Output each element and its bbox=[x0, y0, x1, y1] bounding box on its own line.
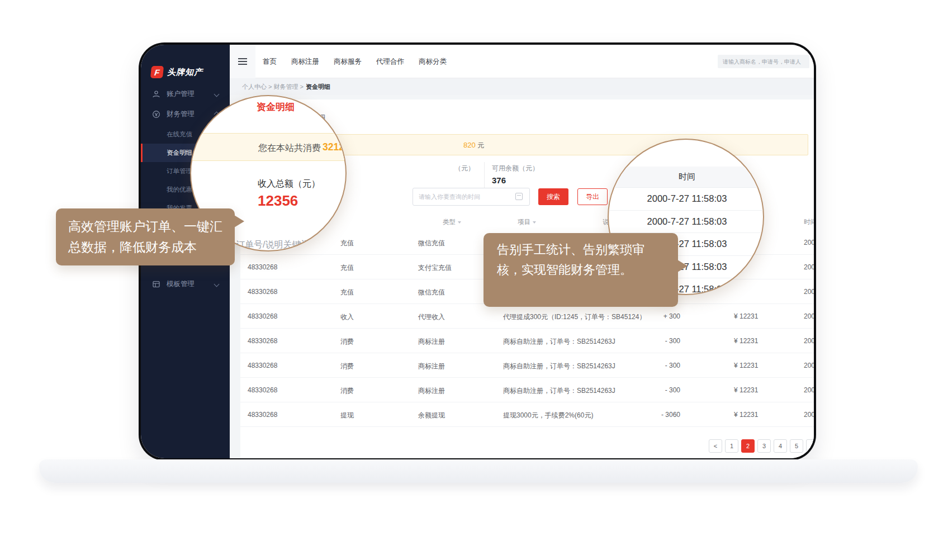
logo-icon: F bbox=[150, 66, 164, 78]
cell-type: 消费 bbox=[340, 386, 354, 396]
table-row: 48330268 消费 商标注册 商标自助注册，订单号：SB2514263J -… bbox=[240, 329, 814, 353]
hamburger-button[interactable] bbox=[230, 45, 255, 78]
cell-desc: 商标自助注册，订单号：SB2514263J bbox=[503, 362, 615, 371]
chevron-down-icon bbox=[214, 281, 220, 287]
cell-balance: ¥ 12231 bbox=[734, 386, 758, 394]
page-button-1[interactable]: 1 bbox=[725, 439, 738, 453]
cell-type: 消费 bbox=[340, 337, 354, 347]
search-button[interactable]: 搜索 bbox=[538, 188, 568, 205]
stat-middle-label-fragment: （元） bbox=[454, 164, 475, 173]
date-query-input[interactable] bbox=[413, 188, 530, 206]
cell-time: 2000-7-27 11:58:03 bbox=[804, 362, 814, 369]
banner-amount-fragment: 820 元 bbox=[463, 141, 484, 150]
nav-menu: 首页商标注册商标服务代理合作商标分类 bbox=[263, 45, 447, 78]
magnified-time-row: 2000-7-27 11:58:03 bbox=[609, 188, 764, 211]
col-project-header[interactable]: 项目 bbox=[518, 218, 536, 226]
nav-item[interactable]: 代理合作 bbox=[376, 57, 404, 67]
nav-item[interactable]: 商标服务 bbox=[334, 57, 362, 67]
magnified-banner-prefix: 您在本站共消费 bbox=[258, 143, 321, 154]
cell-type: 消费 bbox=[340, 362, 354, 371]
col-time-header: 时间 bbox=[804, 218, 814, 226]
col-type-header[interactable]: 类型 bbox=[443, 218, 461, 226]
page-button-2[interactable]: 2 bbox=[741, 439, 755, 453]
sidebar-item-account[interactable]: 账户管理 bbox=[141, 84, 230, 103]
magnified-income-label: 收入总额（元） bbox=[258, 178, 320, 190]
template-icon bbox=[152, 280, 160, 288]
stat-balance-value: 376 bbox=[492, 175, 506, 185]
cell-amount: - 3060 bbox=[641, 411, 680, 419]
laptop-base bbox=[39, 459, 918, 483]
cell-time: 2000-7-27 11:58:03 bbox=[804, 386, 814, 394]
breadcrumb-current: 资金明细 bbox=[306, 83, 330, 91]
page-button-5[interactable]: 5 bbox=[790, 439, 803, 453]
sidebar-item-label: 账户管理 bbox=[167, 89, 215, 99]
cell-time: 2000-7-27 11:58:03 bbox=[804, 239, 814, 246]
cell-project: 商标注册 bbox=[418, 362, 445, 371]
sidebar-submenu-label: 订单管理 bbox=[167, 167, 192, 175]
cell-order: 48330268 bbox=[248, 263, 277, 271]
breadcrumb: 个人中心 > 财务管理 > 资金明细 bbox=[230, 78, 814, 95]
cell-time: 2000-7-27 11:58:03 bbox=[804, 288, 814, 296]
cell-type: 收入 bbox=[340, 312, 354, 322]
cell-order: 48330268 bbox=[248, 362, 277, 369]
calendar-icon[interactable] bbox=[515, 193, 523, 200]
cell-project: 微信充值 bbox=[418, 288, 445, 297]
cell-time: 2000-7-27 11:58:03 bbox=[804, 337, 814, 345]
cell-balance: ¥ 12231 bbox=[734, 362, 758, 369]
cell-type: 充值 bbox=[340, 239, 354, 248]
nav-item[interactable]: 首页 bbox=[263, 57, 277, 67]
table-row: 48330268 提现 余额提现 提现3000元，手续费2%(60元) - 30… bbox=[240, 402, 814, 427]
trademark-search-input[interactable] bbox=[718, 55, 809, 68]
cell-balance: ¥ 12231 bbox=[734, 411, 758, 419]
caret-down-icon bbox=[533, 221, 536, 224]
cell-order: 48330268 bbox=[248, 288, 277, 296]
table-row: 48330268 消费 商标注册 商标自助注册，订单号：SB2514263J -… bbox=[240, 378, 814, 402]
cell-project: 支付宝充值 bbox=[418, 263, 452, 273]
pagination: <12345> bbox=[709, 439, 814, 453]
stat-divider bbox=[484, 162, 485, 188]
sidebar-item-label: 财务管理 bbox=[167, 110, 215, 119]
cell-time: 2000-7-27 11:58:03 bbox=[804, 312, 814, 320]
callout-right: 告别手工统计、告别繁琐审核，实现智能财务管理。 bbox=[484, 233, 678, 307]
logo-text: 头牌知产 bbox=[167, 67, 203, 78]
cell-amount: - 300 bbox=[641, 337, 680, 345]
cell-desc: 商标自助注册，订单号：SB2514263J bbox=[503, 337, 615, 347]
cell-amount: - 300 bbox=[641, 362, 680, 369]
logo: F 头牌知产 bbox=[151, 65, 224, 79]
cell-type: 提现 bbox=[340, 411, 354, 420]
table-row: 48330268 消费 商标注册 商标自助注册，订单号：SB2514263J -… bbox=[240, 353, 814, 378]
breadcrumb-trail[interactable]: 个人中心 > 财务管理 > bbox=[242, 83, 304, 91]
magnified-income-value: 12356 bbox=[258, 192, 298, 210]
cell-desc: 商标自助注册，订单号：SB2514263J bbox=[503, 386, 615, 396]
cell-order: 48330268 bbox=[248, 386, 277, 394]
cell-order: 48330268 bbox=[248, 337, 277, 345]
top-navbar: 首页商标注册商标服务代理合作商标分类 bbox=[230, 45, 814, 78]
cell-amount: + 300 bbox=[641, 312, 680, 320]
sidebar-item-template[interactable]: 模板管理 bbox=[141, 274, 230, 293]
magnified-tab-fragment: 资金明细 bbox=[257, 101, 295, 113]
page-button-3[interactable]: 3 bbox=[757, 439, 771, 453]
nav-item[interactable]: 商标分类 bbox=[419, 57, 447, 67]
prev-page-button[interactable]: < bbox=[709, 439, 722, 453]
cell-project: 商标注册 bbox=[418, 386, 445, 396]
page-button-4[interactable]: 4 bbox=[774, 439, 787, 453]
chevron-down-icon bbox=[214, 91, 220, 97]
cell-project: 代理收入 bbox=[418, 312, 445, 322]
cell-balance: ¥ 12231 bbox=[734, 337, 758, 345]
sidebar-submenu-label: 在线充值 bbox=[167, 130, 192, 139]
sidebar-item-label: 模板管理 bbox=[167, 279, 215, 289]
cell-project: 余额提现 bbox=[418, 411, 445, 420]
cell-desc: 提现3000元，手续费2%(60元) bbox=[503, 411, 593, 420]
magnified-time-header: 时间 bbox=[609, 167, 764, 188]
hamburger-icon bbox=[238, 61, 247, 62]
cell-order: 48330268 bbox=[248, 411, 277, 419]
cell-balance: ¥ 12231 bbox=[734, 312, 758, 320]
export-button[interactable]: 导出 bbox=[577, 188, 608, 205]
cell-desc: 代理提成300元（ID:1245，订单号：SB45124） bbox=[503, 312, 646, 322]
cell-project: 商标注册 bbox=[418, 337, 445, 347]
magnified-banner: 您在本站共消费 32124 元 bbox=[191, 133, 347, 161]
nav-item[interactable]: 商标注册 bbox=[291, 57, 319, 67]
stat-balance-label: 可用余额（元） bbox=[492, 164, 539, 173]
magnified-time-row: 2000-7-27 11:58:03 bbox=[609, 211, 764, 234]
laptop-screen: F 头牌知产 账户管理 财务管理 在线充值资金明细订单管理我的优惠券我的发票 模… bbox=[141, 45, 814, 458]
